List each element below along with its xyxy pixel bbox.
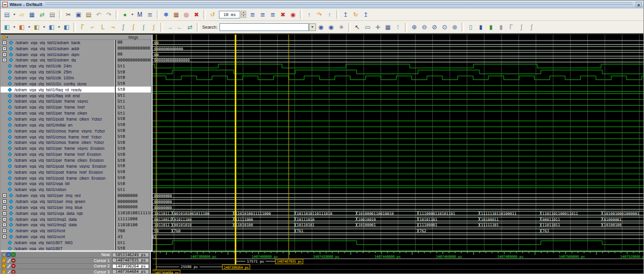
lock-icon[interactable] xyxy=(2,258,6,263)
cursor-2-value[interactable]: 1407390264 ps xyxy=(112,264,149,269)
signal-value-row[interactable]: St0 xyxy=(116,87,151,93)
expand-icon[interactable]: + xyxy=(2,217,7,221)
step-over-icon[interactable]: ↷ xyxy=(314,10,324,20)
toggle-leaf-icon[interactable]: ⇄ xyxy=(185,22,195,32)
signal-value-row[interactable]: St0 xyxy=(116,146,151,152)
expand-time-icon[interactable]: → xyxy=(165,22,175,32)
signal-value-row[interactable]: St1 xyxy=(116,104,151,110)
signal-row[interactable]: /sdram_vga_vlg_tst/i1/initial_en xyxy=(1,122,114,128)
edge-any-icon[interactable]: ʃ xyxy=(527,22,537,32)
layout-wave-icon[interactable]: ◧ xyxy=(2,22,12,32)
expand-icon[interactable]: + xyxy=(2,235,7,239)
new-document-icon[interactable]: ▤ xyxy=(2,10,12,20)
signal-value-row[interactable]: St0 xyxy=(116,163,151,169)
signal-value-row[interactable]: 00000000 xyxy=(116,204,151,210)
run-length-field[interactable]: 10 ms▲▼ xyxy=(219,11,246,19)
signal-row[interactable]: /sdram_vga_vlg_tst/i1/flag_init_end xyxy=(1,93,114,98)
signal-row[interactable]: /sdram_vga_vlg_tst/i1/cmos_frame_clken_Y… xyxy=(1,140,114,146)
run-icon[interactable]: ≣ xyxy=(247,10,258,20)
bookmark-icon[interactable]: ● xyxy=(120,10,130,20)
stop-drawing-icon[interactable]: ⁝ xyxy=(393,22,403,32)
signal-value-row[interactable]: 00 xyxy=(116,51,151,57)
expand-icon[interactable]: + xyxy=(2,53,7,57)
wrench-icon[interactable] xyxy=(7,264,11,268)
edge-fall-icon[interactable]: ʃ xyxy=(516,22,527,32)
signal-row[interactable]: /sdram_vga_vlg_tst/i1/clk_25m xyxy=(1,69,114,75)
signal-value-row[interactable]: 00 xyxy=(116,39,151,45)
dock-icon[interactable]: ▣ xyxy=(636,2,642,7)
pan-mode-icon[interactable]: ✛ xyxy=(373,22,383,32)
signal-row[interactable]: +/sdram_vga_vlg_tst/i1/sdram_dqm xyxy=(1,51,114,57)
signal-value-row[interactable]: 0000000000000000 xyxy=(116,57,151,63)
stop-icon[interactable]: ◉ xyxy=(288,10,298,20)
signal-row[interactable]: /sdram_vga_vlg_tst/i1/i2c_config_done xyxy=(1,81,114,87)
signal-value-row[interactable]: 760 xyxy=(116,228,151,234)
signal-value-row[interactable]: St0 xyxy=(116,245,151,250)
step-into-icon[interactable]: ↑ xyxy=(304,10,314,20)
signal-value-row[interactable]: St1 xyxy=(116,98,151,104)
cut-icon[interactable]: ✂ xyxy=(63,10,73,20)
signal-row[interactable]: /sdram_vga_vlg_tst/i1/vidon xyxy=(1,187,114,193)
signal-row[interactable]: +/sdram_vga_vlg_tst/i1/img1_data xyxy=(1,216,114,222)
layout-sim-icon[interactable]: ◧ xyxy=(17,22,27,32)
paste-icon[interactable]: ▤ xyxy=(83,10,94,20)
find-options-icon[interactable]: ✳ xyxy=(336,22,346,32)
signal-value-row[interactable]: St0 xyxy=(116,69,151,75)
compile-icon[interactable]: ✱ xyxy=(161,10,171,20)
redo-icon[interactable]: ↷ xyxy=(104,10,114,20)
signal-value-row[interactable]: St1 xyxy=(116,240,151,246)
group-diamond-icon[interactable] xyxy=(2,35,6,39)
signal-row[interactable]: /sdram_vga_vlg_tst/i1/BIT_IMG xyxy=(1,240,114,246)
expand-icon[interactable]: + xyxy=(2,193,7,198)
signal-row[interactable]: +/sdram_vga_vlg_tst/i1/vcnt xyxy=(1,234,114,240)
print-icon[interactable]: ▤ xyxy=(47,10,57,20)
layout-wave-dropdown-icon[interactable]: ▾ xyxy=(12,22,17,32)
recompile-icon[interactable]: ▦ xyxy=(171,10,181,20)
refresh-scope-icon[interactable]: ↻ xyxy=(351,10,361,20)
signal-row[interactable]: /sdram_vga_vlg_tst/i1/post_frame_href_Er… xyxy=(1,169,114,175)
step-out-icon[interactable]: ↑ xyxy=(324,10,335,20)
signal-row[interactable]: +/sdram_vga_vlg_tst/i1/per_img_red xyxy=(1,193,114,199)
signal-row[interactable]: /sdram_vga_vlg_tst/i1/cmos_frame_href_Yc… xyxy=(1,134,114,140)
signal-row[interactable]: /sdram_vga_vlg_tst/i1/per_frame_clken_Er… xyxy=(1,158,114,164)
run-length-spinner[interactable]: ▲▼ xyxy=(241,11,246,18)
run-continue-icon[interactable]: ≣ xyxy=(258,10,268,20)
signal-row[interactable]: +/sdram_vga_vlg_tst/i1/hcnt xyxy=(1,228,114,234)
signal-row[interactable]: +/sdram_vga_vlg_tst/i1/per_img_blue xyxy=(1,204,114,210)
cursor-3-label[interactable]: Cursor 3 xyxy=(16,270,110,274)
search-dropdown-icon[interactable]: ▾ xyxy=(309,23,316,31)
undo-icon[interactable]: ↶ xyxy=(94,10,104,20)
signal-value-row[interactable]: St0 xyxy=(116,158,151,164)
signal-value-row[interactable]: St0 xyxy=(116,116,151,122)
new-dropdown-icon[interactable]: ▾ xyxy=(12,10,17,20)
wave-edit-paste-icon[interactable]: ⌐ xyxy=(88,22,98,32)
cursor-row[interactable]: Cursor 1 1407407835 ps xyxy=(1,257,150,263)
cursor-1-label[interactable]: Cursor 1 xyxy=(16,258,110,263)
signal-row[interactable]: /sdram_vga_vlg_tst/i1/per_frame_vsync_Er… xyxy=(1,146,114,152)
cursor-row[interactable]: Cursor 2 1407390264 ps xyxy=(1,263,150,269)
wrench-icon[interactable] xyxy=(7,270,11,274)
signal-row[interactable]: /sdram_vga_vlg_tst/i1/per_frame_href_Ero… xyxy=(1,152,114,158)
search-input[interactable] xyxy=(219,23,309,31)
wrench-icon[interactable] xyxy=(7,258,11,263)
signal-value-row[interactable]: St0 xyxy=(116,81,151,87)
signal-value-row[interactable]: 0000000000000 xyxy=(116,45,151,51)
signal-value-row[interactable]: St0 xyxy=(116,175,151,181)
update-icon[interactable]: ⇄ xyxy=(37,10,47,20)
delete-cursor-icon[interactable] xyxy=(11,258,16,263)
layout-files-dropdown-icon[interactable]: ▾ xyxy=(42,22,47,32)
signal-value-row[interactable]: St0 xyxy=(116,140,151,146)
edit-mode-icon[interactable]: ▦ xyxy=(383,22,393,32)
signal-row[interactable]: +/sdram_vga_vlg_tst/i1/img2_data xyxy=(1,222,114,228)
wave-edit-insert-icon[interactable]: L xyxy=(98,22,108,32)
edge-rise-icon[interactable]: Γ xyxy=(506,22,516,32)
signal-row[interactable]: /sdram_vga_vlg_tst/i1/flag_rd_ready xyxy=(1,87,114,93)
layout-files-icon[interactable]: ◧ xyxy=(32,22,42,32)
signal-row[interactable]: /sdram_vga_vlg_tst/i1/clk_24m xyxy=(1,63,114,69)
wave-edit-cut-icon[interactable]: Γ xyxy=(78,22,88,32)
find-previous-icon[interactable]: ◉ xyxy=(326,22,336,32)
signal-names-panel[interactable]: +/sdram_vga_vlg_tst/i1/sdram_bank+/sdram… xyxy=(1,35,115,250)
zoom-mode-icon[interactable]: ▭ xyxy=(363,22,373,32)
lock-icon[interactable] xyxy=(2,264,6,268)
signal-value-row[interactable]: St0 xyxy=(116,75,151,81)
